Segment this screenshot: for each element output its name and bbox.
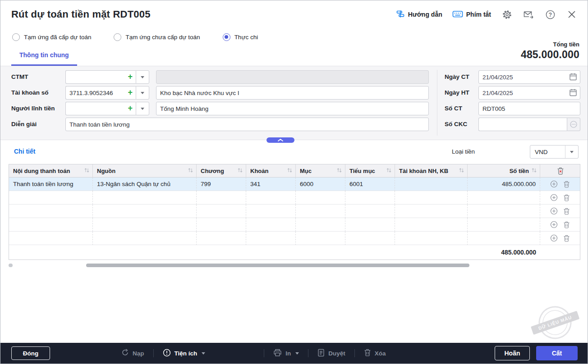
add-payee-icon[interactable]: + — [128, 104, 133, 113]
description-input[interactable] — [65, 118, 429, 131]
cell-chapter[interactable] — [197, 205, 246, 218]
delete-button[interactable]: Xóa — [364, 349, 386, 358]
horizontal-scrollbar[interactable] — [9, 264, 580, 267]
scrollbar-thumb[interactable] — [86, 264, 469, 267]
table-row[interactable] — [9, 191, 580, 205]
cell-clause[interactable]: 341 — [246, 177, 296, 191]
tab-thong-tin-chung[interactable]: Thông tin chung — [11, 46, 77, 66]
cell-clause[interactable] — [246, 218, 296, 232]
cell-bank_account[interactable] — [395, 191, 468, 205]
cell-amount[interactable] — [468, 232, 540, 245]
cell-chapter[interactable] — [197, 218, 246, 232]
calendar-icon[interactable] — [569, 73, 577, 83]
cell-clause[interactable] — [246, 205, 296, 218]
radio-tam-ung-chua-cap[interactable]: Tạm ứng chưa cấp dự toán — [114, 33, 200, 41]
cell-item[interactable] — [296, 218, 345, 232]
approve-button[interactable]: Duyệt — [317, 349, 345, 358]
radio-thuc-chi[interactable]: Thực chi — [223, 33, 258, 41]
add-row-icon[interactable] — [550, 207, 558, 215]
radio-tam-ung-da-cap[interactable]: Tạm ứng đã cấp dự toán — [12, 33, 91, 41]
cell-source[interactable]: 13-Ngân sách Quận tự chủ — [93, 177, 197, 191]
column-header-bank_account[interactable]: Tài khoản NH, KB — [395, 164, 468, 177]
cell-item[interactable] — [296, 191, 345, 205]
column-header-item[interactable]: Mục — [296, 164, 345, 177]
utilities-button[interactable]: Tiện ích — [163, 349, 206, 358]
cell-sub_item[interactable]: 6001 — [345, 177, 395, 191]
payee-dropdown-button[interactable] — [136, 102, 149, 115]
doc-date-input[interactable] — [478, 70, 580, 84]
column-header-sub_item[interactable]: Tiểu mục — [345, 164, 395, 177]
detail-title[interactable]: Chi tiết — [14, 148, 35, 155]
cell-content[interactable] — [9, 218, 93, 232]
cell-content[interactable] — [9, 191, 93, 205]
add-row-icon[interactable] — [550, 234, 558, 242]
add-row-icon[interactable] — [550, 221, 558, 228]
settings-icon[interactable] — [501, 9, 513, 20]
cell-clause[interactable] — [246, 191, 296, 205]
reload-button[interactable]: Nạp — [121, 349, 144, 358]
cell-source[interactable] — [93, 232, 197, 245]
add-account-icon[interactable]: + — [128, 88, 133, 97]
column-header-amount[interactable]: Số tiền — [468, 164, 540, 177]
column-header-source[interactable]: Nguồn — [93, 164, 197, 177]
cell-sub_item[interactable] — [345, 232, 395, 245]
account-name-input[interactable] — [156, 86, 429, 100]
payee-name-input[interactable] — [156, 102, 429, 115]
cell-amount[interactable] — [468, 205, 540, 218]
cell-item[interactable]: 6000 — [296, 177, 345, 191]
close-icon[interactable] — [566, 9, 578, 20]
cell-sub_item[interactable] — [345, 191, 395, 205]
shortcut-link[interactable]: Phím tắt — [452, 10, 491, 19]
delete-all-icon[interactable] — [557, 167, 564, 175]
print-button[interactable]: In — [273, 349, 299, 358]
account-dropdown-button[interactable] — [136, 86, 149, 100]
cell-source[interactable] — [93, 191, 197, 205]
column-header-content[interactable]: Nội dung thanh toán — [9, 164, 93, 177]
delete-row-icon[interactable] — [563, 221, 570, 228]
cell-bank_account[interactable] — [395, 205, 468, 218]
feedback-mail-icon[interactable] — [523, 9, 534, 20]
cell-clause[interactable] — [246, 232, 296, 245]
ctmt-dropdown-button[interactable] — [136, 70, 149, 84]
cell-bank_account[interactable] — [395, 218, 468, 232]
save-button[interactable]: Cất — [536, 346, 578, 360]
cell-sub_item[interactable] — [345, 205, 395, 218]
cell-chapter[interactable]: 799 — [197, 177, 246, 191]
add-ctmt-icon[interactable]: + — [128, 72, 133, 81]
doc-no-input[interactable] — [478, 102, 580, 115]
cell-item[interactable] — [296, 205, 345, 218]
cell-bank_account[interactable] — [395, 177, 468, 191]
table-row[interactable] — [9, 205, 580, 218]
delete-row-icon[interactable] — [563, 235, 570, 242]
guide-link[interactable]: Hướng dẫn — [396, 9, 442, 20]
delete-row-icon[interactable] — [563, 194, 570, 201]
delete-row-icon[interactable] — [563, 181, 570, 188]
cell-amount[interactable]: 485.000.000 — [468, 177, 540, 191]
table-row[interactable]: Thanh toán tiền lương13-Ngân sách Quận t… — [9, 177, 580, 191]
delete-row-icon[interactable] — [563, 208, 570, 215]
postpone-button[interactable]: Hoãn — [495, 346, 530, 360]
ctmt-code-input[interactable] — [65, 70, 136, 84]
cell-chapter[interactable] — [197, 191, 246, 205]
cell-amount[interactable] — [468, 191, 540, 205]
cell-sub_item[interactable] — [345, 218, 395, 232]
delete-all-column-header[interactable] — [540, 164, 580, 177]
post-date-input[interactable] — [478, 86, 580, 100]
close-button[interactable]: Đóng — [11, 346, 50, 360]
cell-amount[interactable] — [468, 218, 540, 232]
ckc-lookup-button[interactable] — [567, 118, 580, 131]
cell-source[interactable] — [93, 218, 197, 232]
help-icon[interactable]: ? — [544, 9, 556, 20]
table-row[interactable] — [9, 218, 580, 232]
collapse-form-button[interactable] — [266, 137, 294, 143]
add-row-icon[interactable] — [550, 180, 558, 188]
cell-source[interactable] — [93, 205, 197, 218]
currency-select[interactable]: VND — [530, 145, 579, 159]
ckc-no-input[interactable] — [478, 118, 567, 131]
column-header-clause[interactable]: Khoản — [246, 164, 296, 177]
cell-content[interactable] — [9, 232, 93, 245]
add-row-icon[interactable] — [550, 194, 558, 201]
cell-item[interactable] — [296, 232, 345, 245]
cell-bank_account[interactable] — [395, 232, 468, 245]
column-header-chapter[interactable]: Chương — [197, 164, 246, 177]
